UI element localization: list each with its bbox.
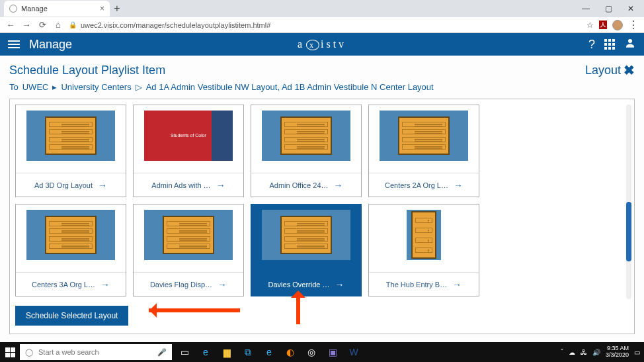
close-window-button[interactable]: ✕ xyxy=(624,4,637,13)
chevron-right-icon: ▸ xyxy=(52,82,57,92)
notifications-icon[interactable]: ▭ xyxy=(634,349,640,356)
arrow-right-icon[interactable]: → xyxy=(334,180,343,191)
layout-tile[interactable]: Centers 3A Org L…→ xyxy=(15,204,126,296)
tile-label: Centers 2A Org L… xyxy=(385,181,448,189)
app-header: Manage axistv ? xyxy=(0,33,644,56)
layout-grid: Ad 3D Org Layout→Students of ColorAdmin … xyxy=(15,105,629,296)
tab-favicon xyxy=(9,5,17,13)
taskbar-clock[interactable]: 9:35 AM 3/3/2020 xyxy=(606,345,629,359)
tile-footer: Davies Flag Disp…→ xyxy=(134,272,243,296)
store-icon[interactable]: ⧉ xyxy=(239,343,257,361)
home-button[interactable]: ⌂ xyxy=(53,20,63,30)
tile-label: Davies Flag Disp… xyxy=(150,281,212,289)
page-content: Schedule Layout Playlist Item Layout ✖ T… xyxy=(0,56,644,342)
tile-label: Admin Office 24… xyxy=(269,181,328,189)
forward-button[interactable]: → xyxy=(21,20,32,30)
bookmark-icon[interactable]: ☆ xyxy=(586,21,594,30)
taskbar-pinned: ▭ e ▆ ⧉ e ◐ ◎ ▣ W xyxy=(176,343,362,361)
arrow-right-icon[interactable]: → xyxy=(335,279,344,290)
layout-panel: Ad 3D Org Layout→Students of ColorAdmin … xyxy=(9,99,635,334)
search-icon: ◯ xyxy=(25,348,33,357)
teams-icon[interactable]: ▣ xyxy=(324,343,341,361)
scrollbar[interactable] xyxy=(626,105,631,299)
layout-tile[interactable]: Centers 2A Org L…→ xyxy=(368,105,479,197)
browser-tab[interactable]: Manage × xyxy=(4,1,110,17)
window-controls: — ▢ ✕ xyxy=(579,4,644,13)
address-right: ☆ 人 ⋮ xyxy=(586,19,639,31)
tile-footer: Centers 2A Org L…→ xyxy=(369,173,479,197)
tile-label: Centers 3A Org L… xyxy=(32,281,95,289)
layout-tile[interactable]: Davies Flag Disp…→ xyxy=(133,204,244,296)
page-title: Schedule Layout Playlist Item xyxy=(9,64,165,77)
chevron-right-icon: ▷ xyxy=(136,82,142,92)
start-button[interactable] xyxy=(0,342,20,362)
schedule-selected-layout-button[interactable]: Schedule Selected Layout xyxy=(15,306,128,326)
volume-icon[interactable]: 🔊 xyxy=(592,349,600,356)
ie-icon[interactable]: e xyxy=(261,343,278,361)
brand-logo: axistv xyxy=(298,38,346,50)
tray-chevron-icon[interactable]: ˆ xyxy=(561,349,563,356)
arrow-right-icon[interactable]: → xyxy=(98,180,107,191)
layout-thumbnail xyxy=(262,210,350,260)
layout-tile[interactable]: Admin Office 24…→ xyxy=(251,105,362,197)
address-bar[interactable]: 🔒 uwec2.visix.com/manager/schedulelayout… xyxy=(69,21,581,29)
back-button[interactable]: ← xyxy=(5,20,16,30)
arrow-right-icon[interactable]: → xyxy=(454,180,463,191)
profile-avatar[interactable] xyxy=(612,20,623,30)
edge-icon[interactable]: e xyxy=(197,343,214,361)
word-icon[interactable]: W xyxy=(345,343,362,361)
breadcrumb-root[interactable]: UWEC xyxy=(22,82,49,92)
arrow-right-icon[interactable]: → xyxy=(216,180,225,191)
arrow-right-icon[interactable]: → xyxy=(452,279,462,290)
taskbar-search[interactable]: ◯ Start a web search 🎤 xyxy=(20,344,172,360)
layout-tile[interactable]: The Hub Entry B…→ xyxy=(368,204,479,296)
task-view-icon[interactable]: ▭ xyxy=(176,343,193,361)
layout-tile[interactable]: Davies Override …→ xyxy=(251,204,362,296)
layout-close[interactable]: Layout ✖ xyxy=(585,62,635,78)
tile-footer: The Hub Entry B…→ xyxy=(369,272,479,296)
chrome-icon[interactable]: ◎ xyxy=(303,343,320,361)
pdf-extension-icon[interactable]: 人 xyxy=(599,21,607,29)
breadcrumb-level2[interactable]: Ad 1A Admin Vestibule NW Layout, Ad 1B A… xyxy=(146,82,434,92)
arrow-right-icon[interactable]: → xyxy=(218,279,227,290)
firefox-icon[interactable]: ◐ xyxy=(282,343,299,361)
layout-thumbnail xyxy=(26,210,115,260)
tile-label: Ad 3D Org Layout xyxy=(34,181,93,189)
network-icon[interactable]: 🖧 xyxy=(581,349,587,356)
reload-button[interactable]: ⟳ xyxy=(37,20,48,30)
tab-title: Manage xyxy=(21,5,48,13)
layout-tile[interactable]: Ad 3D Org Layout→ xyxy=(15,105,126,197)
tile-footer: Centers 3A Org L…→ xyxy=(16,272,126,296)
explorer-icon[interactable]: ▆ xyxy=(218,343,235,361)
browser-chrome: Manage × + — ▢ ✕ ← → ⟳ ⌂ 🔒 uwec2.visix.c… xyxy=(0,0,644,33)
layout-thumbnail: Students of Color xyxy=(144,111,233,161)
help-icon[interactable]: ? xyxy=(588,38,595,52)
apps-grid-icon[interactable] xyxy=(604,39,615,50)
tile-footer: Davies Override …→ xyxy=(251,272,361,296)
kebab-menu-icon[interactable]: ⋮ xyxy=(628,19,639,31)
mic-icon[interactable]: 🎤 xyxy=(157,348,167,357)
url-text: uwec2.visix.com/manager/schedulelayoutpl… xyxy=(81,21,270,29)
tile-footer: Ad 3D Org Layout→ xyxy=(16,173,126,197)
maximize-button[interactable]: ▢ xyxy=(602,4,615,13)
layout-thumbnail xyxy=(262,111,350,161)
breadcrumb-level1[interactable]: University Centers xyxy=(61,82,131,92)
onedrive-icon[interactable]: ☁ xyxy=(569,349,575,356)
layout-tile[interactable]: Students of ColorAdmin Ads with …→ xyxy=(133,105,244,197)
scrollbar-thumb[interactable] xyxy=(626,202,631,261)
layout-thumbnail xyxy=(26,111,115,161)
close-icon[interactable]: × xyxy=(100,4,104,13)
search-placeholder: Start a web search xyxy=(38,348,99,356)
arrow-right-icon[interactable]: → xyxy=(101,279,110,290)
breadcrumb-to: To xyxy=(9,82,19,92)
address-row: ← → ⟳ ⌂ 🔒 uwec2.visix.com/manager/schedu… xyxy=(0,17,644,33)
tab-row: Manage × + — ▢ ✕ xyxy=(0,0,644,17)
layout-thumbnail xyxy=(380,111,468,161)
user-icon[interactable] xyxy=(624,37,636,52)
app-title: Manage xyxy=(29,38,72,52)
new-tab-button[interactable]: + xyxy=(110,1,124,16)
thumb-text: Students of Color xyxy=(171,133,206,138)
minimize-button[interactable]: — xyxy=(579,4,592,13)
tile-footer: Admin Ads with …→ xyxy=(134,173,243,197)
menu-icon[interactable] xyxy=(8,40,20,48)
